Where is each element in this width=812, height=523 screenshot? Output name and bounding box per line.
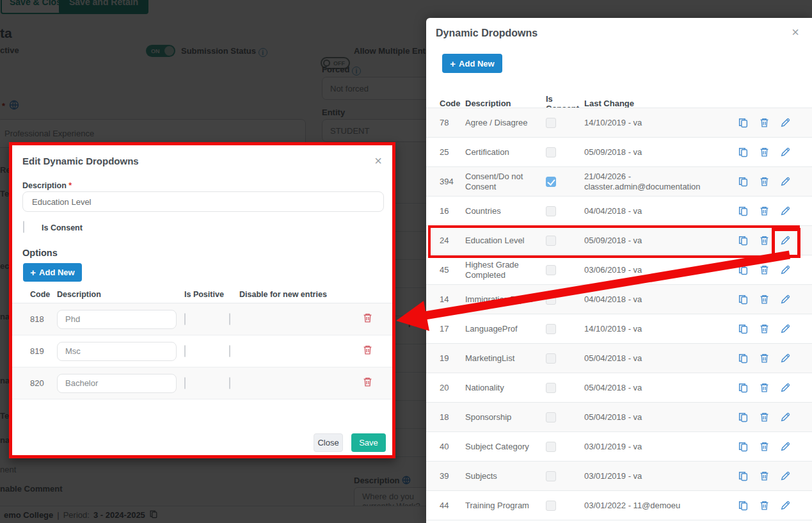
row-last-change: 05/04/2018 - va — [584, 383, 736, 393]
row-description: Subject Category — [465, 442, 543, 452]
is-consent-checkbox[interactable] — [546, 294, 556, 305]
disable-new-entries-checkbox[interactable] — [229, 345, 230, 357]
is-consent-checkbox[interactable] — [546, 265, 556, 275]
row-last-change: 14/10/2019 - va — [584, 324, 736, 334]
is-consent-checkbox[interactable] — [546, 383, 556, 393]
edit-icon[interactable] — [780, 147, 791, 157]
disable-new-entries-checkbox[interactable] — [229, 313, 230, 325]
row-code: 24 — [440, 236, 465, 245]
close-icon[interactable]: × — [374, 154, 382, 167]
delete-icon[interactable] — [759, 294, 770, 305]
row-last-change: 05/09/2018 - va — [584, 147, 736, 157]
copy-icon[interactable] — [738, 264, 749, 275]
row-last-change: 21/04/2026 - classter.admin@documentatio… — [584, 172, 736, 192]
is-positive-checkbox[interactable] — [184, 377, 186, 389]
copy-icon[interactable] — [738, 382, 749, 393]
delete-icon[interactable] — [759, 176, 770, 187]
is-consent-checkbox[interactable] — [546, 442, 556, 452]
option-row: 819 — [12, 335, 392, 367]
copy-icon[interactable] — [738, 294, 749, 305]
option-description-input[interactable] — [57, 374, 177, 393]
dropdown-row: 18 Sponsorship 05/04/2018 - va — [426, 403, 812, 432]
is-consent-checkbox[interactable] — [546, 177, 556, 187]
copy-icon[interactable] — [738, 412, 749, 422]
edit-icon[interactable] — [780, 117, 791, 128]
edit-icon[interactable] — [780, 353, 791, 364]
is-consent-checkbox[interactable] — [546, 206, 556, 216]
edit-icon[interactable] — [780, 471, 791, 481]
row-last-change: 04/04/2018 - va — [584, 206, 736, 216]
options-heading: Options — [22, 248, 58, 258]
copy-icon[interactable] — [738, 353, 749, 364]
option-row: 820 — [12, 367, 392, 399]
delete-icon[interactable] — [759, 353, 770, 364]
dropdown-row: 19 MarketingList 05/04/2018 - va — [426, 344, 812, 373]
row-code: 17 — [440, 324, 465, 334]
copy-icon[interactable] — [738, 147, 749, 157]
delete-icon[interactable] — [759, 264, 770, 275]
copy-icon[interactable] — [738, 500, 749, 511]
is-consent-checkbox[interactable] — [546, 471, 556, 481]
delete-icon[interactable] — [759, 147, 770, 157]
edit-icon[interactable] — [780, 264, 791, 275]
option-description-input[interactable] — [57, 342, 177, 361]
add-new-button[interactable]: + Add New — [442, 54, 502, 73]
row-code: 78 — [440, 118, 465, 127]
delete-option-icon[interactable] — [362, 312, 373, 326]
delete-option-icon[interactable] — [362, 376, 373, 390]
col-header-description: Description — [465, 99, 542, 108]
edit-icon[interactable] — [780, 235, 791, 246]
delete-icon[interactable] — [759, 117, 770, 128]
is-consent-checkbox[interactable] — [546, 353, 556, 364]
dropdown-row: 45 Highest Grade Completed 03/06/2019 - … — [426, 255, 812, 285]
copy-icon[interactable] — [738, 205, 749, 216]
delete-icon[interactable] — [759, 471, 770, 481]
edit-icon[interactable] — [780, 500, 791, 511]
is-consent-checkbox[interactable] — [23, 221, 24, 233]
is-consent-checkbox[interactable] — [546, 412, 556, 422]
option-description-input[interactable] — [57, 310, 177, 329]
edit-icon[interactable] — [780, 176, 791, 187]
copy-icon[interactable] — [738, 176, 749, 187]
dropdown-row: 40 Subject Category 03/01/2019 - va — [426, 432, 812, 462]
delete-icon[interactable] — [759, 441, 770, 452]
description-input[interactable] — [22, 191, 384, 212]
edit-icon[interactable] — [780, 412, 791, 422]
row-last-change: 03/01/2019 - va — [584, 442, 736, 452]
delete-icon[interactable] — [759, 235, 770, 246]
is-consent-checkbox[interactable] — [546, 236, 556, 246]
row-description: Highest Grade Completed — [465, 260, 543, 280]
delete-icon[interactable] — [759, 412, 770, 422]
delete-icon[interactable] — [759, 382, 770, 393]
delete-icon[interactable] — [759, 205, 770, 216]
is-positive-checkbox[interactable] — [184, 313, 186, 325]
copy-icon[interactable] — [738, 323, 749, 334]
close-icon[interactable]: × — [792, 26, 799, 38]
row-description: Agree / Disagree — [465, 118, 543, 128]
copy-icon[interactable] — [738, 471, 749, 481]
edit-icon[interactable] — [780, 294, 791, 305]
row-code: 39 — [440, 471, 465, 481]
delete-icon[interactable] — [759, 323, 770, 334]
delete-option-icon[interactable] — [362, 344, 373, 358]
is-consent-checkbox[interactable] — [546, 118, 556, 128]
is-positive-checkbox[interactable] — [184, 345, 186, 357]
is-consent-checkbox[interactable] — [546, 147, 556, 157]
edit-icon[interactable] — [780, 205, 791, 216]
edit-icon[interactable] — [780, 441, 791, 452]
delete-icon[interactable] — [759, 500, 770, 511]
is-consent-checkbox[interactable] — [546, 324, 556, 334]
save-button[interactable]: Save — [351, 433, 386, 452]
copy-icon[interactable] — [738, 235, 749, 246]
add-option-button[interactable]: + Add New — [23, 263, 82, 282]
row-description: Training Program — [465, 501, 543, 511]
copy-icon[interactable] — [738, 117, 749, 128]
edit-icon[interactable] — [780, 382, 791, 393]
edit-icon[interactable] — [780, 323, 791, 334]
copy-icon[interactable] — [738, 441, 749, 452]
dropdown-row: 25 Certification 05/09/2018 - va — [426, 138, 812, 167]
is-consent-checkbox[interactable] — [546, 501, 556, 511]
close-button[interactable]: Close — [314, 433, 343, 452]
disable-new-entries-checkbox[interactable] — [229, 377, 230, 389]
col-header-code: Code — [30, 290, 50, 299]
